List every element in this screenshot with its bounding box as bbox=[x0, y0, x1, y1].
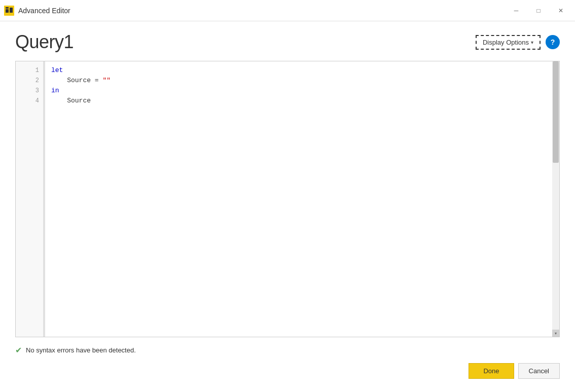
scrollbar-thumb[interactable] bbox=[553, 61, 559, 163]
title-bar: Advanced Editor ─ □ ✕ bbox=[0, 0, 575, 21]
maximize-button[interactable]: □ bbox=[528, 4, 549, 18]
help-button[interactable]: ? bbox=[546, 35, 560, 49]
scrollbar-track[interactable] bbox=[552, 61, 559, 330]
line-number-3: 3 bbox=[16, 86, 43, 96]
line-number-4: 4 bbox=[16, 96, 43, 106]
svg-rect-3 bbox=[6, 7, 9, 9]
line-number-2: 2 bbox=[16, 76, 43, 86]
editor-area[interactable]: 1 2 3 4 let Source = "" in Source bbox=[15, 61, 560, 337]
code-line-3: in bbox=[51, 86, 547, 96]
display-options-button[interactable]: Display Options ▾ bbox=[476, 35, 541, 50]
code-source-ref: Source bbox=[51, 96, 91, 106]
scrollbar[interactable]: ▾ bbox=[552, 61, 559, 337]
editor-line-separator bbox=[44, 61, 45, 337]
code-indent-2: Source = bbox=[51, 76, 102, 86]
help-label: ? bbox=[551, 38, 555, 46]
title-bar-controls: ─ □ ✕ bbox=[506, 4, 571, 18]
header-right: Display Options ▾ ? bbox=[476, 35, 560, 50]
minimize-button[interactable]: ─ bbox=[506, 4, 526, 18]
code-line-2: Source = "" bbox=[51, 76, 547, 86]
dialog-header: Query1 Display Options ▾ ? bbox=[15, 31, 560, 53]
keyword-let: let bbox=[51, 65, 63, 76]
display-options-label: Display Options bbox=[483, 39, 529, 46]
keyword-in: in bbox=[51, 86, 59, 96]
done-button[interactable]: Done bbox=[469, 363, 514, 379]
close-button[interactable]: ✕ bbox=[551, 4, 571, 18]
scrollbar-down-button[interactable]: ▾ bbox=[552, 330, 559, 337]
app-icon bbox=[4, 6, 14, 16]
check-icon: ✔ bbox=[15, 345, 22, 355]
svg-rect-2 bbox=[10, 8, 13, 13]
query-title: Query1 bbox=[15, 31, 74, 53]
title-bar-title: Advanced Editor bbox=[18, 7, 70, 15]
code-line-1: let bbox=[51, 65, 547, 76]
dialog-footer: Done Cancel bbox=[15, 358, 560, 382]
status-bar: ✔ No syntax errors have been detected. bbox=[15, 342, 560, 358]
line-numbers: 1 2 3 4 bbox=[16, 61, 44, 337]
code-line-4: Source bbox=[51, 96, 547, 106]
dialog-content: Query1 Display Options ▾ ? 1 2 3 4 let bbox=[0, 21, 575, 392]
cancel-button[interactable]: Cancel bbox=[518, 363, 560, 379]
code-editor[interactable]: let Source = "" in Source bbox=[46, 61, 552, 337]
line-number-1: 1 bbox=[16, 65, 43, 76]
status-text: No syntax errors have been detected. bbox=[26, 346, 136, 354]
title-bar-left: Advanced Editor bbox=[4, 6, 70, 16]
dropdown-arrow-icon: ▾ bbox=[531, 40, 533, 45]
svg-rect-1 bbox=[6, 9, 9, 13]
code-string-empty: "" bbox=[102, 76, 111, 86]
